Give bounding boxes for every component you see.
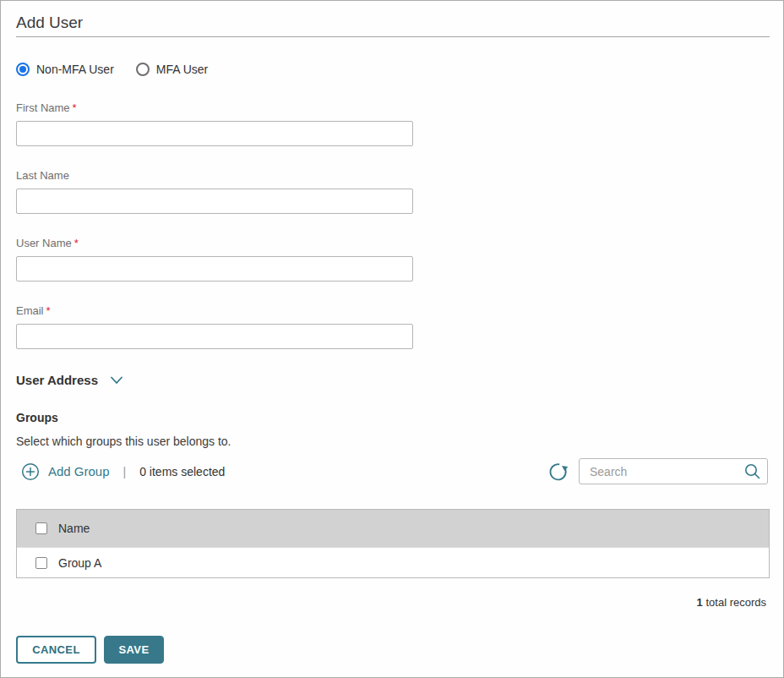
chevron-down-icon[interactable]: [110, 375, 123, 385]
radio-mfa-label: MFA User: [156, 63, 208, 76]
selection-status: 0 items selected: [139, 465, 225, 478]
search-box: [579, 458, 768, 484]
first-name-label-text: First Name: [16, 101, 70, 114]
select-all-checkbox[interactable]: [35, 522, 47, 534]
last-name-field-group: Last Name: [16, 169, 413, 214]
add-group-label: Add Group: [48, 464, 110, 478]
last-name-label-text: Last Name: [16, 169, 69, 182]
groups-table: Name Group A: [16, 509, 770, 578]
radio-non-mfa-label: Non-MFA User: [36, 63, 114, 76]
total-records-count: 1: [697, 596, 703, 609]
add-user-panel: Add User Non-MFA User MFA User First Nam…: [0, 0, 784, 678]
user-address-label: User Address: [16, 373, 98, 387]
last-name-input[interactable]: [16, 189, 413, 214]
plus-circle-icon[interactable]: [21, 462, 40, 481]
first-name-label: First Name*: [16, 101, 413, 114]
page-title: Add User: [16, 14, 83, 32]
user-name-label: User Name*: [16, 237, 413, 249]
table-row[interactable]: Group A: [17, 547, 769, 577]
email-label-text: Email: [16, 304, 44, 317]
search-input[interactable]: [579, 458, 768, 484]
email-input[interactable]: [16, 324, 413, 349]
total-records-label: total records: [705, 596, 766, 609]
toolbar-separator: |: [123, 465, 127, 478]
save-button[interactable]: SAVE: [104, 636, 164, 664]
row-checkbox[interactable]: [35, 557, 47, 569]
required-asterisk: *: [46, 304, 51, 317]
user-address-section-toggle[interactable]: User Address: [16, 373, 123, 387]
refresh-button[interactable]: [547, 461, 569, 483]
first-name-field-group: First Name*: [16, 101, 413, 146]
cancel-button[interactable]: CANCEL: [16, 636, 96, 664]
groups-heading: Groups: [16, 411, 58, 424]
user-name-input[interactable]: [16, 256, 413, 282]
user-name-field-group: User Name*: [16, 237, 413, 282]
email-field-group: Email*: [16, 304, 413, 349]
radio-non-mfa-user[interactable]: Non-MFA User: [16, 63, 114, 76]
user-type-radio-group: Non-MFA User MFA User: [16, 63, 208, 76]
name-column-header: Name: [58, 522, 90, 535]
groups-toolbar: Add Group | 0 items selected: [21, 458, 225, 484]
last-name-label: Last Name: [16, 169, 413, 182]
required-asterisk: *: [73, 101, 77, 114]
magnifier-icon[interactable]: [743, 462, 761, 480]
radio-mfa-user[interactable]: MFA User: [136, 63, 208, 76]
groups-description: Select which groups this user belongs to…: [16, 435, 231, 448]
groups-table-header: Name: [17, 510, 769, 547]
radio-selected-icon[interactable]: [16, 63, 30, 76]
first-name-input[interactable]: [16, 121, 413, 146]
email-label: Email*: [16, 304, 413, 317]
total-records: 1 total records: [697, 596, 766, 609]
title-divider: [16, 36, 770, 37]
group-name-cell: Group A: [58, 556, 101, 570]
add-group-button[interactable]: Add Group: [21, 462, 110, 481]
radio-unselected-icon[interactable]: [136, 63, 150, 76]
required-asterisk: *: [74, 237, 79, 249]
user-name-label-text: User Name: [16, 237, 72, 249]
